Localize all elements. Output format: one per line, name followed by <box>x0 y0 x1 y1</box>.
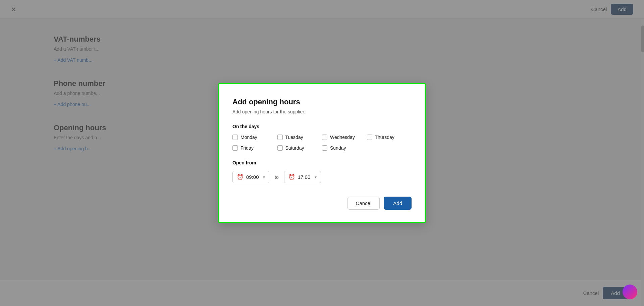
days-grid: Monday Tuesday Wednesday Thursday Friday <box>232 135 412 151</box>
saturday-label: Saturday <box>285 145 304 151</box>
modal-overlay: Add opening hours Add opening hours for … <box>0 0 644 306</box>
modal-footer: Cancel Add <box>232 197 412 210</box>
time-row: ⏰ 09:00 ▾ to ⏰ 17:00 ▾ <box>232 171 412 183</box>
monday-day-item[interactable]: Monday <box>232 135 277 140</box>
wednesday-checkbox[interactable] <box>322 135 327 140</box>
monday-label: Monday <box>240 135 257 140</box>
sunday-day-item[interactable]: Sunday <box>322 145 367 151</box>
modal-cancel-button[interactable]: Cancel <box>347 197 380 210</box>
wednesday-day-item[interactable]: Wednesday <box>322 135 367 140</box>
chevron-down-from-icon: ▾ <box>263 175 265 180</box>
time-from-select[interactable]: ⏰ 09:00 ▾ <box>232 171 269 183</box>
time-to-value: 17:00 <box>298 174 312 180</box>
thursday-day-item[interactable]: Thursday <box>367 135 412 140</box>
saturday-checkbox[interactable] <box>277 145 283 151</box>
to-separator-label: to <box>275 174 279 180</box>
time-to-select[interactable]: ⏰ 17:00 ▾ <box>284 171 321 183</box>
modal-title: Add opening hours <box>232 98 412 106</box>
time-from-value: 09:00 <box>246 174 260 180</box>
tuesday-day-item[interactable]: Tuesday <box>277 135 322 140</box>
thursday-label: Thursday <box>375 135 394 140</box>
tuesday-label: Tuesday <box>285 135 303 140</box>
add-opening-hours-modal: Add opening hours Add opening hours for … <box>218 83 426 223</box>
saturday-day-item[interactable]: Saturday <box>277 145 322 151</box>
on-the-days-label: On the days <box>232 124 412 129</box>
clock-to-icon: ⏰ <box>288 174 295 180</box>
thursday-checkbox[interactable] <box>367 135 372 140</box>
friday-day-item[interactable]: Friday <box>232 145 277 151</box>
open-from-label: Open from <box>232 160 412 165</box>
modal-add-button[interactable]: Add <box>384 197 412 210</box>
sunday-label: Sunday <box>330 145 346 151</box>
sunday-checkbox[interactable] <box>322 145 327 151</box>
modal-description: Add opening hours for the supplier. <box>232 109 412 114</box>
days-grid-placeholder <box>367 145 412 151</box>
monday-checkbox[interactable] <box>232 135 238 140</box>
clock-from-icon: ⏰ <box>237 174 244 180</box>
chevron-down-to-icon: ▾ <box>315 175 317 180</box>
wednesday-label: Wednesday <box>330 135 355 140</box>
friday-label: Friday <box>240 145 254 151</box>
friday-checkbox[interactable] <box>232 145 238 151</box>
tuesday-checkbox[interactable] <box>277 135 283 140</box>
avatar[interactable] <box>623 285 637 299</box>
